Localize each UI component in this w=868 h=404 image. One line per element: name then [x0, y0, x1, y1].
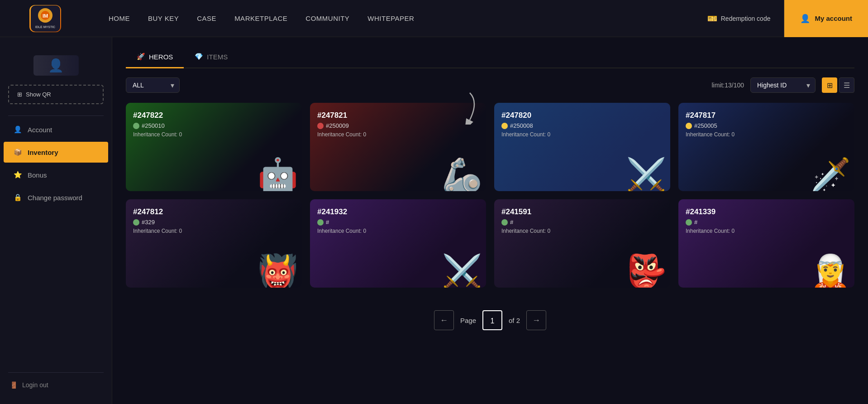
my-account-label: My account	[815, 14, 852, 22]
card-sub-id-2: #250008	[510, 122, 533, 129]
card-sub-6: #	[501, 219, 663, 226]
sidebar-account-label: Account	[28, 126, 52, 134]
card-id-3: #247817	[686, 111, 847, 120]
sidebar-divider-2	[8, 372, 104, 373]
hero-card-2[interactable]: #247820 #250008 Inheritance Count: 0 ⚔️	[494, 103, 670, 191]
hero-card-7[interactable]: #241339 # Inheritance Count: 0 🧝	[678, 199, 854, 288]
limit-text: limit:13/100	[711, 82, 744, 89]
page-layout: 👤 ⊞ Show QR 👤 Account 📦 Inventory ⭐ Bonu…	[0, 37, 868, 404]
sidebar-item-inventory[interactable]: 📦 Inventory	[4, 142, 108, 163]
show-qr-button[interactable]: ⊞ Show QR	[8, 85, 104, 104]
header-right: 🎫 Redemption code 👤 My account	[694, 0, 868, 37]
nav-community[interactable]: COMMUNITY	[305, 14, 349, 22]
grid-view-button[interactable]: ⊞	[822, 77, 837, 93]
sidebar: 👤 ⊞ Show QR 👤 Account 📦 Inventory ⭐ Bonu…	[0, 37, 112, 404]
inheritance-1: Inheritance Count: 0	[317, 131, 479, 138]
card-image-5: ⚔️	[442, 255, 482, 288]
card-image-2: ⚔️	[626, 159, 667, 191]
card-id-1: #247821	[317, 111, 479, 120]
current-page-box: 1	[482, 310, 502, 330]
card-sub-id-3: #250005	[694, 122, 717, 129]
tab-items[interactable]: 💎 ITEMS	[184, 46, 238, 68]
filter-row: ALL Common Rare Epic Legendary limit:13/…	[126, 77, 854, 93]
hero-card-6[interactable]: #241591 # Inheritance Count: 0 👺	[494, 199, 670, 288]
svg-text:IDLE MYSTIC: IDLE MYSTIC	[35, 25, 55, 29]
card-image-4: 👹	[258, 255, 298, 288]
nav-marketplace[interactable]: MARKETPLACE	[234, 14, 287, 22]
tab-items-label: ITEMS	[207, 53, 228, 61]
prev-page-button[interactable]: ←	[434, 310, 454, 330]
nav-home[interactable]: HOME	[109, 14, 130, 22]
person-icon: 👤	[14, 125, 22, 134]
sidebar-item-bonus[interactable]: ⭐ Bonus	[4, 164, 108, 185]
card-sub-5: #	[317, 219, 479, 226]
sidebar-inventory-label: Inventory	[28, 149, 58, 156]
avatar-area: 👤	[0, 46, 112, 82]
card-id-6: #241591	[501, 207, 663, 216]
lock-icon: 🔒	[14, 193, 22, 202]
my-account-button[interactable]: 👤 My account	[784, 0, 868, 37]
hero-card-4[interactable]: #247812 #329 Inheritance Count: 0 👹	[126, 199, 302, 288]
filter-select-wrapper: ALL Common Rare Epic Legendary	[126, 77, 180, 93]
ticket-icon: 🎫	[707, 14, 717, 24]
logo-icon[interactable]: IM IDLE MYSTIC	[29, 5, 61, 32]
sort-select[interactable]: Highest ID Lowest ID Highest Rarity Lowe…	[750, 77, 816, 93]
logout-button[interactable]: 🚪 Login out	[0, 375, 112, 395]
hero-card-1[interactable]: #247821 #250009 Inheritance Count: 0 🦾	[310, 103, 486, 191]
logout-label: Login out	[22, 381, 48, 389]
sub-icon-6	[501, 219, 508, 226]
next-page-button[interactable]: →	[526, 310, 546, 330]
sidebar-divider-1	[8, 115, 104, 116]
filter-select[interactable]: ALL Common Rare Epic Legendary	[126, 77, 180, 93]
account-icon: 👤	[800, 14, 810, 24]
card-id-2: #247820	[501, 111, 663, 120]
star-icon: ⭐	[14, 171, 22, 179]
card-sub-1: #250009	[317, 122, 479, 129]
hero-card-5[interactable]: #241932 # Inheritance Count: 0 ⚔️	[310, 199, 486, 288]
inheritance-3: Inheritance Count: 0	[686, 131, 847, 138]
card-sub-4: #329	[133, 219, 295, 226]
logo-svg: IM IDLE MYSTIC	[31, 5, 60, 32]
qr-icon: ⊞	[17, 91, 22, 98]
sub-icon-4	[133, 219, 139, 226]
sort-select-wrapper: Highest ID Lowest ID Highest Rarity Lowe…	[750, 77, 816, 93]
nav-buy-key[interactable]: BUY KEY	[148, 14, 179, 22]
grid-icon: ⊞	[827, 81, 833, 90]
card-id-5: #241932	[317, 207, 479, 216]
card-sub-3: #250005	[686, 122, 847, 129]
svg-text:IM: IM	[42, 13, 48, 19]
sidebar-change-password-label: Change password	[28, 194, 82, 202]
main-header: IM IDLE MYSTIC HOME BUY KEY CASE MARKETP…	[0, 0, 868, 37]
list-view-button[interactable]: ☰	[839, 77, 854, 93]
inheritance-5: Inheritance Count: 0	[317, 228, 479, 234]
hero-card-3[interactable]: #247817 #250005 Inheritance Count: 0 🗡️	[678, 103, 854, 191]
page-label: Page	[460, 317, 476, 324]
box-icon: 📦	[14, 148, 22, 156]
card-image-7: 🧝	[810, 255, 851, 288]
card-image-3: 🗡️	[810, 159, 851, 191]
tab-heros[interactable]: 🚀 HEROS	[126, 46, 184, 68]
inheritance-7: Inheritance Count: 0	[686, 228, 847, 234]
sidebar-item-change-password[interactable]: 🔒 Change password	[4, 187, 108, 208]
sidebar-spacer	[0, 209, 112, 370]
card-sub-2: #250008	[501, 122, 663, 129]
card-id-7: #241339	[686, 207, 847, 216]
card-image-0: 🤖	[258, 159, 298, 191]
page-of-text: of 2	[509, 317, 520, 324]
nav-whitepaper[interactable]: WHITEPAPER	[367, 14, 414, 22]
redemption-code-button[interactable]: 🎫 Redemption code	[694, 0, 785, 37]
sub-icon-1	[317, 123, 324, 129]
inheritance-0: Inheritance Count: 0	[133, 131, 295, 138]
sub-icon-2	[501, 123, 508, 129]
logo-area: IM IDLE MYSTIC	[0, 5, 91, 32]
view-toggle: ⊞ ☰	[822, 77, 854, 93]
hero-card-0[interactable]: #247822 #250010 Inheritance Count: 0 🤖	[126, 103, 302, 191]
inheritance-6: Inheritance Count: 0	[501, 228, 663, 234]
list-icon: ☰	[844, 81, 850, 90]
card-sub-id-7: #	[694, 219, 697, 226]
card-sub-id-0: #250010	[142, 122, 165, 129]
nav-case[interactable]: CASE	[197, 14, 216, 22]
sidebar-item-account[interactable]: 👤 Account	[4, 119, 108, 140]
main-content: 🚀 HEROS 💎 ITEMS ALL Common Rare Epic Leg…	[112, 37, 868, 404]
card-sub-id-6: #	[510, 219, 513, 226]
